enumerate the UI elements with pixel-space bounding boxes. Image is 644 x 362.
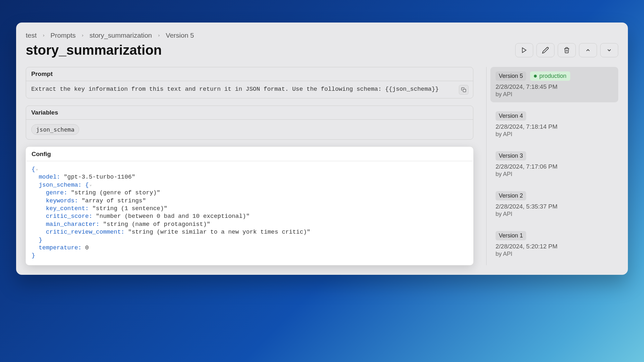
version-date: 2/28/2024, 5:35:37 PM bbox=[496, 203, 613, 210]
version-head: Version 2 bbox=[496, 191, 613, 200]
variables-body: json_schema bbox=[26, 120, 473, 139]
breadcrumb-item[interactable]: Version 5 bbox=[166, 32, 194, 39]
copy-button[interactable] bbox=[459, 85, 469, 95]
status-dot-icon bbox=[534, 75, 537, 78]
pencil-icon bbox=[542, 47, 549, 54]
production-label: production bbox=[539, 73, 566, 79]
breadcrumb: test Prompts story_summarization Version… bbox=[26, 32, 618, 39]
version-badge: Version 1 bbox=[496, 231, 526, 240]
play-icon bbox=[521, 47, 527, 53]
variables-card: Variables json_schema bbox=[26, 106, 473, 140]
version-badge: Version 4 bbox=[496, 111, 526, 121]
config-body: {⌄ model: "gpt-3.5-turbo-1106" json_sche… bbox=[26, 161, 473, 265]
chevron-right-icon bbox=[81, 34, 84, 37]
config-card: Config {⌄ model: "gpt-3.5-turbo-1106" js… bbox=[26, 147, 473, 265]
breadcrumb-item[interactable]: story_summarization bbox=[90, 32, 152, 39]
version-author: by API bbox=[496, 131, 613, 138]
version-item[interactable]: Version 5production2/28/2024, 7:18:45 PM… bbox=[490, 67, 618, 102]
delete-button[interactable] bbox=[558, 43, 576, 57]
version-badge: Version 3 bbox=[496, 151, 526, 161]
chevron-right-icon bbox=[42, 34, 45, 37]
version-item[interactable]: Version 22/28/2024, 5:35:37 PMby API bbox=[490, 187, 618, 222]
edit-button[interactable] bbox=[536, 43, 554, 57]
version-head: Version 1 bbox=[496, 231, 613, 240]
version-author: by API bbox=[496, 91, 613, 98]
trash-icon bbox=[564, 47, 570, 53]
versions-list: Version 5production2/28/2024, 7:18:45 PM… bbox=[486, 67, 618, 265]
prev-version-button[interactable] bbox=[579, 43, 597, 57]
version-head: Version 4 bbox=[496, 111, 613, 121]
chevron-down-icon bbox=[606, 47, 612, 53]
copy-icon bbox=[461, 87, 466, 92]
variables-header: Variables bbox=[26, 106, 473, 120]
version-head: Version 5production bbox=[496, 71, 613, 81]
version-badge: Version 2 bbox=[496, 191, 526, 200]
version-date: 2/28/2024, 7:18:45 PM bbox=[496, 83, 613, 90]
prompt-header: Prompt bbox=[26, 67, 473, 81]
version-date: 2/28/2024, 7:18:14 PM bbox=[496, 123, 613, 130]
version-badge: Version 5 bbox=[496, 71, 526, 81]
prompt-text: Extract the key information from this te… bbox=[31, 86, 468, 94]
version-author: by API bbox=[496, 251, 613, 257]
title-row: story_summarization bbox=[26, 42, 618, 58]
run-button[interactable] bbox=[515, 43, 533, 57]
chevron-right-icon bbox=[157, 34, 161, 37]
version-author: by API bbox=[496, 211, 613, 218]
version-date: 2/28/2024, 7:17:06 PM bbox=[496, 163, 613, 170]
variable-chip[interactable]: json_schema bbox=[31, 124, 79, 135]
chevron-up-icon bbox=[585, 47, 591, 53]
main-column: Prompt Extract the key information from … bbox=[26, 67, 473, 265]
version-date: 2/28/2024, 5:20:12 PM bbox=[496, 243, 613, 250]
breadcrumb-item[interactable]: Prompts bbox=[51, 32, 76, 39]
content-grid: Prompt Extract the key information from … bbox=[26, 67, 618, 265]
prompt-card: Prompt Extract the key information from … bbox=[26, 67, 473, 98]
version-author: by API bbox=[496, 171, 613, 178]
page-title: story_summarization bbox=[26, 42, 162, 58]
prompt-body: Extract the key information from this te… bbox=[26, 81, 473, 98]
prompt-detail-window: test Prompts story_summarization Version… bbox=[16, 23, 628, 275]
svg-rect-1 bbox=[463, 89, 466, 92]
production-badge: production bbox=[530, 71, 570, 81]
version-head: Version 3 bbox=[496, 151, 613, 161]
version-item[interactable]: Version 42/28/2024, 7:18:14 PMby API bbox=[490, 107, 618, 142]
action-bar bbox=[515, 43, 618, 57]
version-item[interactable]: Version 12/28/2024, 5:20:12 PMby API bbox=[490, 227, 618, 262]
version-item[interactable]: Version 32/28/2024, 7:17:06 PMby API bbox=[490, 147, 618, 182]
next-version-button[interactable] bbox=[600, 43, 618, 57]
svg-marker-0 bbox=[522, 48, 526, 53]
config-header: Config bbox=[26, 147, 473, 161]
breadcrumb-item[interactable]: test bbox=[26, 32, 37, 39]
